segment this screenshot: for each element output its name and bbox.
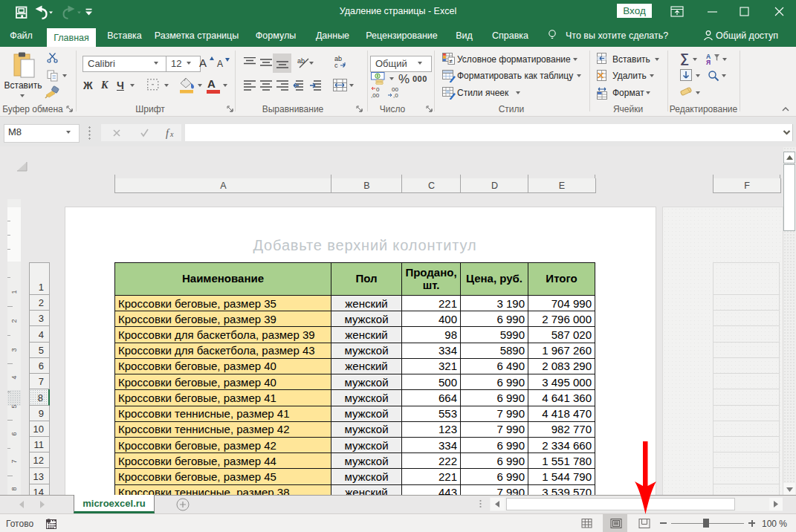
- svg-text:,0: ,0: [393, 92, 398, 99]
- svg-text:1: 1: [10, 290, 18, 293]
- svg-text:,00: ,00: [371, 92, 380, 99]
- svg-text:6: 6: [10, 432, 18, 435]
- svg-text:c: c: [334, 62, 338, 69]
- svg-text:3: 3: [10, 348, 18, 351]
- svg-text:8: 8: [10, 487, 18, 490]
- svg-text:x: x: [169, 130, 174, 138]
- svg-text:4: 4: [10, 375, 18, 379]
- svg-text:5: 5: [10, 404, 18, 408]
- svg-text:≠: ≠: [450, 58, 453, 65]
- svg-text:Я: Я: [706, 59, 711, 65]
- svg-text:7: 7: [10, 459, 18, 463]
- svg-text:ab: ab: [297, 57, 305, 65]
- svg-text:2: 2: [10, 319, 18, 322]
